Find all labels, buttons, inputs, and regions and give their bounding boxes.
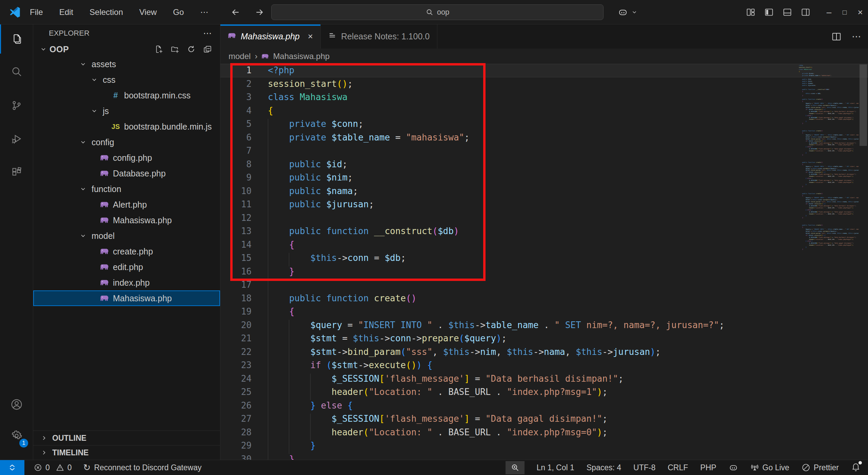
code-line-24[interactable]: 24 $_SESSION['flash_message'] = "Data be… (220, 372, 868, 386)
zoom-indicator[interactable] (506, 461, 525, 474)
tab-release-notes-1-100-0[interactable]: Release Notes: 1.100.0 (321, 24, 437, 49)
tree-item-mahasiswa-php[interactable]: Mahasiswa.php (33, 290, 220, 306)
tree-item-assets[interactable]: assets (33, 56, 220, 72)
tree-item-bootstrap-min-css[interactable]: #bootstrap.min.css (33, 88, 220, 103)
explorer-more-icon[interactable]: ⋯ (203, 28, 212, 39)
code-line-23[interactable]: 23 if ($stmt->execute()) { (220, 359, 868, 372)
code-line-1[interactable]: 1<?php (220, 64, 868, 77)
tree-item-function[interactable]: function (33, 181, 220, 197)
editor-more-icon[interactable]: ⋯ (852, 31, 861, 42)
code-line-11[interactable]: 11 public $jurusan; (220, 198, 868, 211)
code-line-26[interactable]: 26 } else { (220, 399, 868, 413)
tree-item-mahasiswa-php[interactable]: Mahasiswa.php (33, 212, 220, 228)
tree-item-create-php[interactable]: create.php (33, 244, 220, 259)
extensions-view-icon[interactable] (0, 157, 33, 187)
menu-edit[interactable]: Edit (59, 7, 73, 17)
code-line-17[interactable]: 17 (220, 278, 868, 292)
new-file-icon[interactable] (154, 45, 163, 54)
customize-layout-icon[interactable] (746, 7, 755, 17)
refresh-icon[interactable] (187, 45, 196, 54)
chevron-down-icon[interactable] (631, 9, 637, 15)
tree-item-index-php[interactable]: index.php (33, 275, 220, 290)
code-line-18[interactable]: 18 public function create() (220, 292, 868, 305)
toggle-sidebar-icon[interactable] (764, 7, 774, 17)
code-line-2[interactable]: 2session_start(); (220, 77, 868, 91)
remote-indicator[interactable] (0, 460, 24, 475)
code-line-22[interactable]: 22 $stmt->bind_param("sss", $this->nim, … (220, 345, 868, 359)
menu-view[interactable]: View (139, 7, 157, 17)
collapse-all-icon[interactable] (203, 45, 212, 54)
copilot-icon[interactable] (618, 7, 628, 17)
section-timeline[interactable]: TIMELINE (33, 445, 220, 460)
code-line-9[interactable]: 9 public $nim; (220, 171, 868, 185)
tab-close-icon[interactable]: × (308, 31, 313, 42)
code-line-16[interactable]: 16 } (220, 265, 868, 279)
code-line-7[interactable]: 7 (220, 144, 868, 158)
breadcrumb-segment[interactable]: model (229, 52, 251, 61)
breadcrumb-segment[interactable]: Mahasiswa.php (273, 52, 330, 61)
accounts-icon[interactable] (0, 390, 33, 419)
code-line-8[interactable]: 8 public $id; (220, 158, 868, 171)
source-control-view-icon[interactable] (0, 91, 33, 120)
code-line-27[interactable]: 27 $_SESSION['flash_message'] = "Data ga… (220, 412, 868, 426)
problems-indicator[interactable]: 0 0 (34, 463, 72, 472)
minimize-button[interactable]: – (821, 0, 837, 24)
tab-mahasiswa-php[interactable]: Mahasiswa.php× (220, 24, 321, 49)
tree-item-config[interactable]: config (33, 134, 220, 150)
go-live[interactable]: Go Live (750, 463, 789, 472)
cursor-position[interactable]: Ln 1, Col 1 (537, 463, 574, 472)
prettier[interactable]: Prettier (802, 463, 839, 472)
scrollbar-thumb[interactable] (860, 64, 867, 146)
back-arrow-icon[interactable] (231, 7, 241, 17)
notifications[interactable] (851, 462, 861, 473)
tree-item-model[interactable]: model (33, 228, 220, 244)
forward-arrow-icon[interactable] (254, 7, 264, 17)
settings-gear-icon[interactable]: 1 (0, 421, 33, 450)
explorer-view-icon[interactable] (0, 24, 33, 54)
close-button[interactable]: × (852, 0, 868, 24)
breadcrumb[interactable]: model› Mahasiswa.php (220, 49, 868, 64)
split-editor-icon[interactable] (831, 32, 842, 42)
menu-go[interactable]: Go (173, 7, 184, 17)
code-line-15[interactable]: 15 $this->conn = $db; (220, 251, 868, 265)
menu-file[interactable]: File (30, 7, 43, 17)
maximize-button[interactable]: □ (837, 0, 852, 24)
code-line-30[interactable]: 30 } (220, 453, 868, 460)
code-editor[interactable]: 1<?php2session_start();3class Mahasiswa4… (220, 64, 868, 460)
toggle-secondary-sidebar-icon[interactable] (801, 7, 810, 17)
tree-item-alert-php[interactable]: Alert.php (33, 197, 220, 212)
tree-item-edit-php[interactable]: edit.php (33, 259, 220, 275)
search-view-icon[interactable] (0, 57, 33, 86)
code-line-19[interactable]: 19 { (220, 305, 868, 319)
code-line-20[interactable]: 20 $query = "INSERT INTO " . $this->tabl… (220, 319, 868, 332)
tree-item-css[interactable]: css (33, 72, 220, 88)
tree-item-config-php[interactable]: config.php (33, 150, 220, 166)
command-center-search[interactable]: oop (271, 4, 604, 20)
explorer-root-header[interactable]: OOP (33, 42, 220, 56)
code-line-28[interactable]: 28 header("Location: " . BASE_URL . "ind… (220, 426, 868, 439)
code-line-10[interactable]: 10 public $nama; (220, 185, 868, 198)
indentation[interactable]: Spaces: 4 (587, 463, 621, 472)
toggle-panel-icon[interactable] (783, 7, 792, 17)
code-line-3[interactable]: 3class Mahasiswa (220, 91, 868, 104)
minimap[interactable]: <?phpsession_start();class Mahasiswa{ pr… (799, 64, 859, 460)
tree-item-bootstrap-bundle-min-js[interactable]: JSbootstrap.bundle.min.js (33, 119, 220, 134)
new-folder-icon[interactable] (171, 45, 179, 54)
code-line-25[interactable]: 25 header("Location: " . BASE_URL . "ind… (220, 385, 868, 399)
tree-item-js[interactable]: js (33, 103, 220, 119)
code-line-21[interactable]: 21 $stmt = $this->conn->prepare($query); (220, 332, 868, 345)
code-line-29[interactable]: 29 } (220, 439, 868, 453)
code-line-13[interactable]: 13 public function __construct($db) (220, 225, 868, 238)
editor-scrollbar[interactable] (859, 64, 868, 460)
section-outline[interactable]: OUTLINE (33, 431, 220, 445)
code-line-14[interactable]: 14 { (220, 238, 868, 252)
code-line-5[interactable]: 5 private $conn; (220, 117, 868, 131)
run-debug-view-icon[interactable] (0, 124, 33, 153)
code-line-4[interactable]: 4{ (220, 104, 868, 118)
menu-more-icon[interactable]: ⋯ (200, 7, 208, 17)
tree-item-database-php[interactable]: Database.php (33, 166, 220, 181)
code-line-12[interactable]: 12 (220, 211, 868, 225)
encoding[interactable]: UTF-8 (633, 463, 655, 472)
discord-reconnect[interactable]: ↻ Reconnect to Discord Gateway (83, 462, 202, 473)
language-mode[interactable]: PHP (700, 463, 716, 472)
